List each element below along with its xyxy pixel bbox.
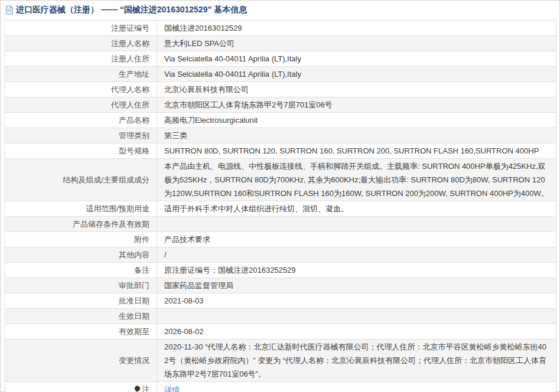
- row-label: 注册证编号: [5, 21, 157, 36]
- table-row-expiry-date: 有效期至 2026-08-02: [5, 324, 556, 339]
- row-value: 意大利LED SPA公司: [157, 36, 556, 51]
- row-label: 结构及组成/主要组成成分: [5, 159, 157, 201]
- row-label: 生效日期: [5, 309, 157, 324]
- row-label: 型号规格: [5, 143, 157, 159]
- row-label: 注册人名称: [5, 36, 157, 51]
- table-row-agent-address: 代理人住所 北京市朝阳区工人体育场东路甲2号7层701室06号: [5, 97, 556, 113]
- table-row-reg-number: 注册证编号 国械注进20163012529: [5, 21, 556, 36]
- row-value: 国家药品监督管理局: [157, 278, 556, 293]
- row-label: 产品储存条件及有效期: [5, 217, 157, 232]
- table-row-approval-date: 批准日期 2021-08-03: [5, 293, 556, 309]
- row-value: 详情: [157, 382, 556, 392]
- row-value: 产品技术要求: [157, 232, 556, 247]
- row-value: 原注册证编号：国械注进20163252529: [157, 263, 556, 278]
- row-value: 北京沁襄辰科技有限公司: [157, 82, 556, 97]
- table-row-approval-department: 审批部门 国家药品监督管理局: [5, 278, 556, 293]
- row-label: 变更情况: [5, 339, 157, 382]
- row-label: 注: [5, 382, 157, 392]
- row-value: SURTRON 80D, SURTRON 120, SURTRON 160, S…: [157, 143, 556, 159]
- note-balloon-icon: [134, 384, 141, 392]
- row-value: 2020-11-30 “代理人名称：北京汇达新时代医疗器械有限公司；代理人住所：…: [157, 339, 556, 382]
- row-value: 适用于外科手术中对人体组织进行纯切、混切、凝血。: [157, 201, 556, 217]
- row-label: 批准日期: [5, 293, 157, 309]
- table-row-agent-name: 代理人名称 北京沁襄辰科技有限公司: [5, 82, 556, 97]
- document-icon: [5, 5, 14, 15]
- row-value: [157, 309, 556, 324]
- row-label: 注册人住所: [5, 51, 157, 67]
- row-label: 产品名称: [5, 113, 157, 128]
- page: 进口医疗器械（注册） —— “国械注进20163012529” 基本信息 注册证…: [0, 0, 560, 392]
- row-label: 附件: [5, 232, 157, 247]
- table-row-effective-date: 生效日期: [5, 309, 556, 324]
- detail-link[interactable]: 详情: [164, 386, 180, 392]
- table-row-note: 注 详情: [5, 382, 556, 392]
- row-value: 本产品由主机、电源线、中性极板连接线、手柄和脚踏开关组成。主载频率: SURTR…: [157, 159, 556, 201]
- table-row-management-class: 管理类别 第三类: [5, 128, 556, 143]
- table-row-registrant-address: 注册人住所 Via Selciatella 40-04011 Aprilia (…: [5, 51, 556, 67]
- row-label: 其他内容: [5, 247, 157, 263]
- table-row-storage-conditions: 产品储存条件及有效期: [5, 217, 556, 232]
- table-row-production-address: 生产地址 Via Selciatella 40-04011 Aprilia (L…: [5, 67, 556, 82]
- page-title: 进口医疗器械（注册） —— “国械注进20163012529” 基本信息: [1, 1, 559, 19]
- row-label: 管理类别: [5, 128, 157, 143]
- table-row-model-spec: 型号规格 SURTRON 80D, SURTRON 120, SURTRON 1…: [5, 143, 556, 159]
- table-row-attachment: 附件 产品技术要求: [5, 232, 556, 247]
- row-label: 生产地址: [5, 67, 157, 82]
- page-title-text: 进口医疗器械（注册） —— “国械注进20163012529” 基本信息: [16, 5, 247, 15]
- row-label: 备注: [5, 263, 157, 278]
- row-label: 适用范围/预期用途: [5, 201, 157, 217]
- table-row-product-name: 产品名称 高频电刀Electrosurgicalunit: [5, 113, 556, 128]
- row-value: [157, 217, 556, 232]
- table-row-composition: 结构及组成/主要组成成分 本产品由主机、电源线、中性极板连接线、手柄和脚踏开关组…: [5, 159, 556, 201]
- row-label: 代理人名称: [5, 82, 157, 97]
- table-row-remarks: 备注 原注册证编号：国械注进20163252529: [5, 263, 556, 278]
- row-value: 2026-08-02: [157, 324, 556, 339]
- registration-info-table: 注册证编号 国械注进20163012529 注册人名称 意大利LED SPA公司…: [5, 20, 556, 392]
- row-label: 代理人住所: [5, 97, 157, 113]
- row-label: 有效期至: [5, 324, 157, 339]
- row-value: /: [157, 247, 556, 263]
- row-value: 高频电刀Electrosurgicalunit: [157, 113, 556, 128]
- row-value: 第三类: [157, 128, 556, 143]
- row-value: 国械注进20163012529: [157, 21, 556, 36]
- table-row-change-history: 变更情况 2020-11-30 “代理人名称：北京汇达新时代医疗器械有限公司；代…: [5, 339, 556, 382]
- table-row-registrant-name: 注册人名称 意大利LED SPA公司: [5, 36, 556, 51]
- row-label: 审批部门: [5, 278, 157, 293]
- row-value: 北京市朝阳区工人体育场东路甲2号7层701室06号: [157, 97, 556, 113]
- table-row-intended-use: 适用范围/预期用途 适用于外科手术中对人体组织进行纯切、混切、凝血。: [5, 201, 556, 217]
- row-label-text: 注: [142, 385, 149, 392]
- row-value: 2021-08-03: [157, 293, 556, 309]
- table-row-other-content: 其他内容 /: [5, 247, 556, 263]
- row-value: Via Selciatella 40-04011 Aprilia (LT),It…: [157, 51, 556, 67]
- row-value: Via Selciatella 40-04011 Aprilia (LT),It…: [157, 67, 556, 82]
